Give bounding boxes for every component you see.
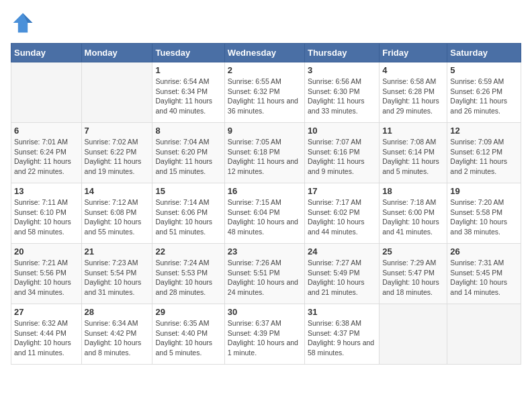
calendar-cell	[380, 304, 447, 365]
day-info: Sunrise: 6:32 AM Sunset: 4:44 PM Dayligh…	[14, 318, 79, 358]
day-number: 8	[155, 126, 221, 136]
day-info: Sunrise: 6:58 AM Sunset: 6:28 PM Dayligh…	[382, 77, 444, 116]
calendar-cell: 18Sunrise: 7:18 AM Sunset: 6:00 PM Dayli…	[380, 183, 447, 244]
day-number: 19	[450, 186, 518, 196]
day-number: 27	[14, 307, 79, 317]
calendar-cell: 21Sunrise: 7:23 AM Sunset: 5:54 PM Dayli…	[81, 244, 152, 304]
calendar-week-row: 1Sunrise: 6:54 AM Sunset: 6:34 PM Daylig…	[11, 62, 521, 123]
calendar-cell: 10Sunrise: 7:07 AM Sunset: 6:16 PM Dayli…	[304, 123, 379, 183]
day-number: 1	[155, 65, 221, 75]
calendar-cell: 13Sunrise: 7:11 AM Sunset: 6:10 PM Dayli…	[11, 183, 82, 244]
calendar-cell: 22Sunrise: 7:24 AM Sunset: 5:53 PM Dayli…	[152, 244, 224, 304]
calendar-cell: 27Sunrise: 6:32 AM Sunset: 4:44 PM Dayli…	[11, 304, 82, 365]
day-of-week-header: Tuesday	[152, 44, 224, 62]
calendar-cell: 31Sunrise: 6:38 AM Sunset: 4:37 PM Dayli…	[304, 304, 379, 365]
calendar-cell: 8Sunrise: 7:04 AM Sunset: 6:20 PM Daylig…	[152, 123, 224, 183]
days-of-week-row: SundayMondayTuesdayWednesdayThursdayFrid…	[11, 44, 521, 62]
day-info: Sunrise: 7:26 AM Sunset: 5:51 PM Dayligh…	[228, 258, 302, 298]
day-number: 7	[85, 126, 150, 136]
calendar-cell: 12Sunrise: 7:09 AM Sunset: 6:12 PM Dayli…	[447, 123, 521, 183]
day-info: Sunrise: 7:01 AM Sunset: 6:24 PM Dayligh…	[14, 137, 79, 177]
day-of-week-header: Wednesday	[224, 44, 304, 62]
day-number: 17	[308, 186, 376, 196]
day-number: 21	[85, 246, 150, 257]
calendar-cell: 20Sunrise: 7:21 AM Sunset: 5:56 PM Dayli…	[11, 244, 82, 304]
day-number: 24	[308, 246, 376, 257]
calendar-cell: 2Sunrise: 6:55 AM Sunset: 6:32 PM Daylig…	[224, 62, 304, 123]
day-info: Sunrise: 7:11 AM Sunset: 6:10 PM Dayligh…	[14, 197, 79, 237]
calendar-cell	[447, 304, 521, 365]
day-info: Sunrise: 7:20 AM Sunset: 5:58 PM Dayligh…	[450, 197, 518, 237]
calendar-cell: 1Sunrise: 6:54 AM Sunset: 6:34 PM Daylig…	[152, 62, 224, 123]
calendar-cell: 15Sunrise: 7:14 AM Sunset: 6:06 PM Dayli…	[152, 183, 224, 244]
day-of-week-header: Monday	[81, 44, 152, 62]
day-info: Sunrise: 6:54 AM Sunset: 6:34 PM Dayligh…	[155, 77, 221, 116]
day-info: Sunrise: 7:09 AM Sunset: 6:12 PM Dayligh…	[450, 137, 518, 177]
page-header	[11, 11, 521, 35]
day-number: 20	[14, 246, 79, 257]
day-number: 2	[228, 65, 302, 75]
calendar-week-row: 27Sunrise: 6:32 AM Sunset: 4:44 PM Dayli…	[11, 304, 521, 365]
day-info: Sunrise: 6:37 AM Sunset: 4:39 PM Dayligh…	[228, 318, 302, 358]
calendar-cell: 16Sunrise: 7:15 AM Sunset: 6:04 PM Dayli…	[224, 183, 304, 244]
calendar-cell: 25Sunrise: 7:29 AM Sunset: 5:47 PM Dayli…	[380, 244, 447, 304]
day-info: Sunrise: 7:29 AM Sunset: 5:47 PM Dayligh…	[382, 258, 444, 298]
logo-icon	[11, 11, 35, 35]
day-info: Sunrise: 7:31 AM Sunset: 5:45 PM Dayligh…	[450, 258, 518, 298]
calendar-week-row: 20Sunrise: 7:21 AM Sunset: 5:56 PM Dayli…	[11, 244, 521, 304]
day-number: 3	[308, 65, 376, 75]
calendar-cell: 9Sunrise: 7:05 AM Sunset: 6:18 PM Daylig…	[224, 123, 304, 183]
day-number: 15	[155, 186, 221, 196]
day-number: 11	[382, 126, 444, 136]
day-of-week-header: Sunday	[11, 44, 82, 62]
day-of-week-header: Saturday	[447, 44, 521, 62]
day-number: 10	[308, 126, 376, 136]
day-number: 5	[450, 65, 518, 75]
day-number: 13	[14, 186, 79, 196]
day-info: Sunrise: 7:15 AM Sunset: 6:04 PM Dayligh…	[228, 197, 302, 237]
day-of-week-header: Friday	[380, 44, 447, 62]
day-number: 31	[308, 307, 376, 317]
day-info: Sunrise: 7:27 AM Sunset: 5:49 PM Dayligh…	[308, 258, 376, 298]
day-number: 16	[228, 186, 302, 196]
calendar-cell: 30Sunrise: 6:37 AM Sunset: 4:39 PM Dayli…	[224, 304, 304, 365]
calendar-cell: 6Sunrise: 7:01 AM Sunset: 6:24 PM Daylig…	[11, 123, 82, 183]
day-number: 28	[85, 307, 150, 317]
day-info: Sunrise: 7:08 AM Sunset: 6:14 PM Dayligh…	[382, 137, 444, 177]
day-info: Sunrise: 7:23 AM Sunset: 5:54 PM Dayligh…	[85, 258, 150, 298]
day-info: Sunrise: 6:56 AM Sunset: 6:30 PM Dayligh…	[308, 77, 376, 116]
day-number: 18	[382, 186, 444, 196]
calendar-cell: 5Sunrise: 6:59 AM Sunset: 6:26 PM Daylig…	[447, 62, 521, 123]
calendar-cell: 19Sunrise: 7:20 AM Sunset: 5:58 PM Dayli…	[447, 183, 521, 244]
calendar-cell: 11Sunrise: 7:08 AM Sunset: 6:14 PM Dayli…	[380, 123, 447, 183]
day-info: Sunrise: 7:17 AM Sunset: 6:02 PM Dayligh…	[308, 197, 376, 237]
day-info: Sunrise: 7:24 AM Sunset: 5:53 PM Dayligh…	[155, 258, 221, 298]
calendar-table: SundayMondayTuesdayWednesdayThursdayFrid…	[11, 43, 521, 365]
day-info: Sunrise: 7:05 AM Sunset: 6:18 PM Dayligh…	[228, 137, 302, 177]
day-number: 12	[450, 126, 518, 136]
day-number: 30	[228, 307, 302, 317]
calendar-cell: 7Sunrise: 7:02 AM Sunset: 6:22 PM Daylig…	[81, 123, 152, 183]
day-number: 6	[14, 126, 79, 136]
day-info: Sunrise: 6:55 AM Sunset: 6:32 PM Dayligh…	[228, 77, 302, 116]
calendar-cell: 23Sunrise: 7:26 AM Sunset: 5:51 PM Dayli…	[224, 244, 304, 304]
logo	[11, 11, 38, 35]
calendar-cell: 26Sunrise: 7:31 AM Sunset: 5:45 PM Dayli…	[447, 244, 521, 304]
day-info: Sunrise: 7:12 AM Sunset: 6:08 PM Dayligh…	[85, 197, 150, 237]
day-info: Sunrise: 6:38 AM Sunset: 4:37 PM Dayligh…	[308, 318, 376, 358]
calendar-cell: 17Sunrise: 7:17 AM Sunset: 6:02 PM Dayli…	[304, 183, 379, 244]
calendar-cell: 28Sunrise: 6:34 AM Sunset: 4:42 PM Dayli…	[81, 304, 152, 365]
calendar-cell: 29Sunrise: 6:35 AM Sunset: 4:40 PM Dayli…	[152, 304, 224, 365]
calendar-cell: 24Sunrise: 7:27 AM Sunset: 5:49 PM Dayli…	[304, 244, 379, 304]
calendar-cell: 14Sunrise: 7:12 AM Sunset: 6:08 PM Dayli…	[81, 183, 152, 244]
day-number: 23	[228, 246, 302, 257]
day-info: Sunrise: 7:04 AM Sunset: 6:20 PM Dayligh…	[155, 137, 221, 177]
calendar-cell	[81, 62, 152, 123]
calendar-week-row: 13Sunrise: 7:11 AM Sunset: 6:10 PM Dayli…	[11, 183, 521, 244]
day-info: Sunrise: 6:35 AM Sunset: 4:40 PM Dayligh…	[155, 318, 221, 358]
day-number: 22	[155, 246, 221, 257]
day-number: 9	[228, 126, 302, 136]
day-number: 14	[85, 186, 150, 196]
day-info: Sunrise: 6:59 AM Sunset: 6:26 PM Dayligh…	[450, 77, 518, 116]
day-info: Sunrise: 7:21 AM Sunset: 5:56 PM Dayligh…	[14, 258, 79, 298]
